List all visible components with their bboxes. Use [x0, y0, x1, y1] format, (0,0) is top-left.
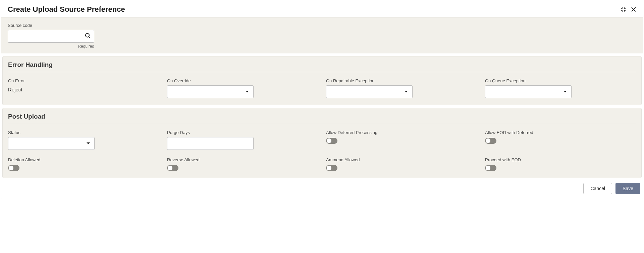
- error-handling-heading: Error Handling: [8, 61, 636, 72]
- on-override-select[interactable]: [167, 85, 254, 98]
- titlebar-actions: [620, 6, 636, 12]
- post-upload-heading: Post Upload: [8, 113, 636, 124]
- on-repairable-exception-field: On Repairable Exception: [326, 78, 477, 98]
- on-repairable-exception-label: On Repairable Exception: [326, 78, 477, 83]
- purge-days-label: Purge Days: [167, 130, 318, 135]
- on-repairable-exception-select[interactable]: [326, 85, 413, 98]
- ammend-allowed-label: Ammend Allowed: [326, 157, 477, 162]
- deletion-allowed-toggle[interactable]: [8, 165, 19, 171]
- on-error-value: Reject: [8, 87, 159, 92]
- error-handling-row: On Error Reject On Override On Repairabl…: [8, 78, 636, 98]
- allow-deferred-field: Allow Deferred Processing: [326, 130, 477, 150]
- dialog-window: Create Upload Source Preference Source c…: [1, 1, 643, 199]
- deletion-allowed-field: Deletion Allowed: [8, 157, 159, 171]
- purge-days-input[interactable]: [167, 137, 254, 150]
- proceed-eod-toggle[interactable]: [485, 165, 496, 171]
- status-label: Status: [8, 130, 159, 135]
- status-field: Status: [8, 130, 159, 150]
- titlebar: Create Upload Source Preference: [1, 1, 643, 17]
- allow-deferred-toggle[interactable]: [326, 138, 337, 144]
- source-code-label: Source code: [8, 23, 636, 28]
- allow-deferred-label: Allow Deferred Processing: [326, 130, 477, 135]
- footer: Cancel Save: [1, 178, 643, 199]
- allow-eod-field: Allow EOD with Deferred: [485, 130, 636, 150]
- close-icon[interactable]: [631, 7, 636, 12]
- source-code-section: Source code Required: [1, 17, 643, 53]
- source-code-input-wrap: [8, 30, 94, 43]
- post-upload-row-1: Status Purge Days Allow Deferred Process…: [8, 130, 636, 150]
- collapse-icon[interactable]: [620, 6, 626, 12]
- reverse-allowed-field: Reverse Allowed: [167, 157, 318, 171]
- on-queue-exception-select[interactable]: [485, 85, 572, 98]
- on-override-label: On Override: [167, 78, 318, 83]
- on-error-label: On Error: [8, 78, 159, 83]
- proceed-eod-label: Proceed with EOD: [485, 157, 636, 162]
- purge-days-field: Purge Days: [167, 130, 318, 150]
- post-upload-row-2: Deletion Allowed Reverse Allowed Ammend …: [8, 157, 636, 171]
- reverse-allowed-label: Reverse Allowed: [167, 157, 318, 162]
- on-queue-exception-label: On Queue Exception: [485, 78, 636, 83]
- deletion-allowed-label: Deletion Allowed: [8, 157, 159, 162]
- ammend-allowed-field: Ammend Allowed: [326, 157, 477, 171]
- on-queue-exception-field: On Queue Exception: [485, 78, 636, 98]
- allow-eod-toggle[interactable]: [485, 138, 496, 144]
- error-handling-panel: Error Handling On Error Reject On Overri…: [2, 56, 642, 105]
- ammend-allowed-toggle[interactable]: [326, 165, 337, 171]
- on-error-field: On Error Reject: [8, 78, 159, 98]
- allow-eod-label: Allow EOD with Deferred: [485, 130, 636, 135]
- reverse-allowed-toggle[interactable]: [167, 165, 178, 171]
- proceed-eod-field: Proceed with EOD: [485, 157, 636, 171]
- source-code-input[interactable]: [8, 30, 94, 43]
- save-button[interactable]: Save: [615, 183, 640, 194]
- on-override-field: On Override: [167, 78, 318, 98]
- page-title: Create Upload Source Preference: [8, 5, 125, 14]
- status-select[interactable]: [8, 137, 95, 150]
- source-code-helper: Required: [8, 44, 94, 49]
- cancel-button[interactable]: Cancel: [583, 183, 612, 194]
- post-upload-panel: Post Upload Status Purge Days Allow Defe…: [2, 108, 642, 178]
